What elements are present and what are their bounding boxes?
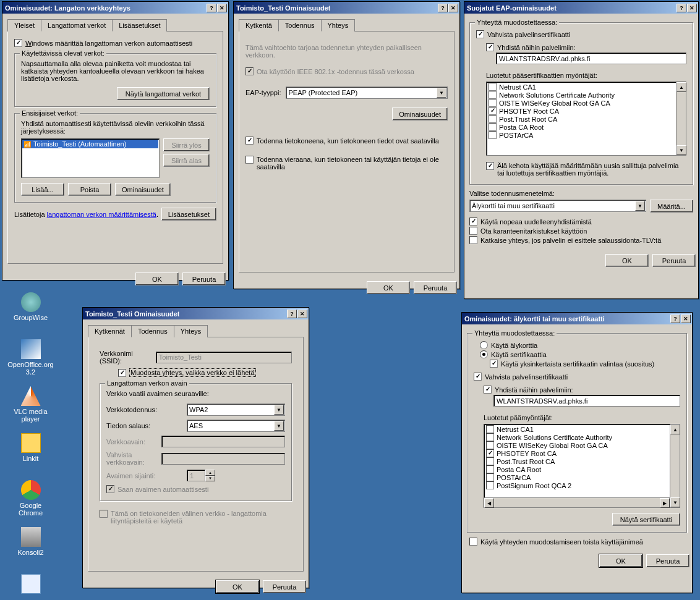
ca-checkbox[interactable]: [489, 115, 497, 123]
checkbox-quarantine[interactable]: [469, 227, 477, 235]
checkbox-connect-servers[interactable]: [486, 43, 494, 51]
desktop-icon-konsoli2[interactable]: Konsoli2: [7, 527, 54, 556]
encryption-select[interactable]: AES▼: [187, 420, 285, 432]
desktop-icon-chrome[interactable]: Google Chrome: [7, 480, 54, 517]
help-icon[interactable]: ?: [677, 4, 686, 12]
titlebar[interactable]: Suojatut EAP-ominaisuudet ?✕: [464, 2, 698, 14]
ca-checkbox[interactable]: [489, 83, 497, 91]
ok-button[interactable]: OK: [599, 554, 642, 567]
ca-checkbox[interactable]: [486, 449, 494, 457]
wireless-config-link[interactable]: langattoman verkon määrittämisestä: [47, 211, 156, 218]
remove-button[interactable]: Poista: [68, 183, 111, 196]
ca-item[interactable]: Netrust CA1: [485, 425, 669, 433]
radio-smartcard[interactable]: [480, 341, 488, 349]
move-up-button[interactable]: Siirrä ylös: [163, 138, 210, 151]
tab-advanced[interactable]: Lisäasetukset: [112, 19, 167, 32]
titlebar[interactable]: Ominaisuudet: älykortti tai muu sertifik…: [462, 313, 692, 324]
checkbox-connect-even[interactable]: [118, 369, 126, 377]
server-name-input[interactable]: [493, 395, 680, 407]
checkbox-diff-user[interactable]: [469, 538, 477, 546]
desktop-icon-groupwise[interactable]: GroupWise: [7, 292, 54, 321]
net-auth-select[interactable]: WPA2▼: [187, 404, 285, 416]
ca-item[interactable]: Post.Trust Root CA: [485, 457, 669, 465]
tab-connection[interactable]: Kytkennät: [88, 325, 132, 337]
radio-cert[interactable]: [480, 350, 488, 358]
help-icon[interactable]: ?: [287, 310, 297, 318]
ca-item[interactable]: POSTArCA: [487, 131, 675, 139]
help-icon[interactable]: ?: [670, 315, 680, 323]
close-icon[interactable]: ✕: [681, 315, 691, 323]
eap-type-select[interactable]: PEAP (Protected EAP)▼: [286, 87, 448, 99]
configure-button[interactable]: Määritä...: [650, 200, 693, 213]
checkbox-fast-reconnect[interactable]: [469, 218, 477, 226]
ca-checkbox[interactable]: [486, 473, 494, 481]
ca-checkbox[interactable]: [486, 465, 494, 473]
titlebar[interactable]: Toimisto_Testi Ominaisuudet ?✕: [83, 308, 309, 319]
tab-link[interactable]: Yhteys: [321, 19, 356, 32]
checkbox-validate-cert[interactable]: [474, 373, 482, 381]
scroll-right-icon[interactable]: ▶: [660, 498, 670, 508]
checkbox-connect-servers[interactable]: [484, 386, 492, 394]
ca-checkbox[interactable]: [486, 457, 494, 465]
cancel-button[interactable]: Peruuta: [414, 281, 457, 294]
tab-general[interactable]: Yleiset: [7, 19, 41, 32]
ca-checkbox[interactable]: [489, 99, 497, 107]
close-icon[interactable]: ✕: [217, 4, 227, 12]
ok-button[interactable]: OK: [367, 281, 410, 294]
ca-item[interactable]: Posta CA Root: [487, 123, 675, 131]
scroll-left-icon[interactable]: ◀: [484, 498, 494, 508]
ca-checkbox[interactable]: [486, 441, 494, 449]
ca-item[interactable]: Network Solutions Certificate Authority: [485, 433, 669, 441]
show-wireless-button[interactable]: Näytä langattomat verkot: [117, 87, 210, 100]
desktop-icon-vlc[interactable]: VLC media player: [7, 386, 54, 423]
desktop-icon-linkit[interactable]: Linkit: [7, 433, 54, 462]
checkbox-auto-config[interactable]: [14, 39, 22, 47]
ca-list[interactable]: Netrust CA1Network Solutions Certificate…: [484, 424, 680, 508]
tab-auth[interactable]: Todennus: [278, 19, 322, 32]
ca-checkbox[interactable]: [486, 425, 494, 433]
ca-item[interactable]: Network Solutions Certificate Authority: [487, 91, 675, 99]
cancel-button[interactable]: Peruuta: [646, 554, 689, 567]
tab-wireless[interactable]: Langattomat verkot: [41, 19, 113, 32]
preferred-networks-list[interactable]: 📶 Toimisto_Testi (Automaattinen): [21, 138, 160, 178]
move-down-button[interactable]: Siirrä alas: [163, 154, 210, 167]
auth-method-select[interactable]: Älykortti tai muu sertifikaatti▼: [469, 200, 646, 212]
help-icon[interactable]: ?: [207, 4, 216, 12]
ok-button[interactable]: OK: [605, 254, 649, 267]
tab-auth[interactable]: Todennus: [131, 325, 174, 337]
ca-item[interactable]: POSTArCA: [485, 473, 669, 481]
checkbox-no-prompt[interactable]: [486, 162, 494, 170]
desktop-icon-doc[interactable]: [7, 574, 54, 594]
help-icon[interactable]: ?: [438, 4, 448, 12]
add-button[interactable]: Lisää...: [21, 183, 64, 196]
ca-item[interactable]: PHSOTEY Root CA: [487, 107, 675, 115]
ca-item[interactable]: Post.Trust Root CA: [487, 115, 675, 123]
ca-item[interactable]: OISTE WISeKey Global Root GA CA: [485, 441, 669, 449]
ca-checkbox[interactable]: [489, 131, 497, 139]
server-name-input[interactable]: [496, 53, 686, 64]
checkbox-validate-cert[interactable]: [476, 30, 484, 38]
scroll-down-icon[interactable]: ▼: [670, 497, 680, 507]
ca-checkbox[interactable]: [489, 123, 497, 131]
ca-checkbox[interactable]: [486, 481, 494, 489]
close-icon[interactable]: ✕: [297, 310, 307, 318]
eap-properties-button[interactable]: Ominaisuudet: [392, 108, 448, 120]
cancel-button[interactable]: Peruuta: [263, 580, 306, 593]
titlebar[interactable]: Ominaisuudet: Langaton verkkoyhteys ? ✕: [2, 2, 228, 14]
ca-checkbox[interactable]: [486, 433, 494, 441]
properties-button[interactable]: Ominaisuudet: [115, 183, 171, 196]
checkbox-auth-guest[interactable]: [245, 156, 254, 164]
ca-item[interactable]: Netrust CA1: [487, 83, 675, 91]
scroll-down-icon[interactable]: ▼: [677, 145, 686, 155]
ok-button[interactable]: OK: [135, 273, 179, 285]
close-icon[interactable]: ✕: [448, 4, 458, 12]
ca-item[interactable]: PostSignum Root QCA 2: [485, 481, 669, 489]
cancel-button[interactable]: Peruuta: [182, 273, 226, 285]
ca-item[interactable]: Posta CA Root: [485, 465, 669, 473]
checkbox-simple-cert[interactable]: [490, 360, 498, 368]
ca-checkbox[interactable]: [489, 91, 497, 99]
checkbox-disconnect-tlv[interactable]: [469, 236, 477, 244]
ca-checkbox[interactable]: [489, 107, 497, 115]
checkbox-auth-computer[interactable]: [245, 137, 254, 145]
ca-item[interactable]: OISTE WISeKey Global Root GA CA: [487, 99, 675, 107]
